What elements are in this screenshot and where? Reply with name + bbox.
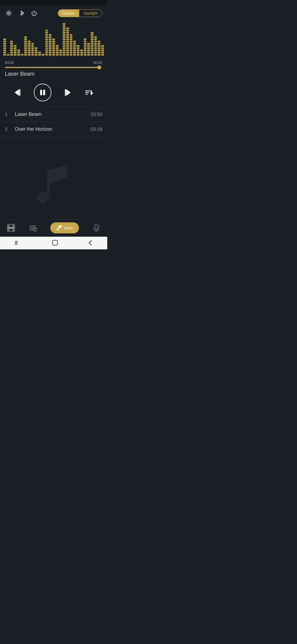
eq-bar-segment: [73, 41, 76, 42]
music-nav-label: Music: [64, 226, 73, 230]
track-title: Laser Beam: [15, 111, 90, 117]
eq-column: [3, 39, 6, 56]
nav-item-karaoke[interactable]: [92, 223, 101, 232]
eq-bar-segment: [70, 41, 73, 42]
equalizer-section: [0, 20, 107, 58]
theme-classic-button[interactable]: Classic: [58, 10, 79, 17]
eq-bar-segment: [28, 52, 31, 53]
eq-bar-segment: [80, 52, 83, 53]
svg-point-17: [12, 229, 14, 231]
eq-column: [52, 39, 55, 56]
nav-item-music[interactable]: Music: [50, 222, 79, 233]
eq-bar-segment: [66, 50, 69, 51]
next-button[interactable]: [60, 86, 73, 99]
eq-bar-segment: [45, 43, 48, 45]
nav-item-video[interactable]: [7, 223, 15, 232]
eq-bar-segment: [10, 52, 13, 53]
eq-bar-segment: [45, 32, 48, 34]
nav-item-playlist[interactable]: [28, 223, 37, 232]
eq-bar-segment: [66, 32, 69, 34]
eq-bar-segment: [84, 43, 87, 45]
settings-button[interactable]: [5, 9, 13, 17]
eq-bar-segment: [66, 47, 69, 49]
eq-bar-segment: [94, 43, 97, 45]
eq-bar-segment: [66, 28, 69, 29]
eq-bar-segment: [91, 41, 94, 42]
eq-bar-segment: [70, 43, 73, 45]
eq-bar-segment: [24, 39, 27, 40]
nav-back-lines[interactable]: [15, 240, 22, 245]
pause-button[interactable]: [34, 84, 51, 101]
settings-icon: [5, 9, 13, 17]
eq-bar-segment: [3, 47, 6, 49]
eq-column: [66, 28, 69, 56]
eq-bar-segment: [94, 39, 97, 40]
eq-bar-segment: [3, 43, 6, 45]
eq-bar-segment: [66, 45, 69, 47]
eq-bar-segment: [63, 39, 65, 40]
eq-column: [49, 34, 51, 56]
eq-bar-segment: [31, 52, 34, 53]
eq-bar-segment: [87, 52, 90, 53]
svg-point-27: [99, 225, 100, 226]
eq-bar-segment: [45, 36, 48, 38]
eq-bar-segment: [70, 39, 73, 40]
prev-icon: [13, 87, 24, 98]
theme-toggle[interactable]: Classic Starlight: [58, 9, 102, 17]
pause-icon: [38, 88, 47, 97]
eq-bar-segment: [91, 52, 94, 53]
eq-bar-segment: [70, 45, 73, 47]
eq-bar-segment: [98, 45, 100, 47]
eq-bar-segment: [63, 25, 65, 27]
eq-bar-segment: [73, 52, 76, 53]
eq-bar-segment: [52, 54, 55, 56]
eq-bar-segment: [35, 47, 37, 49]
eq-bar-segment: [56, 50, 59, 51]
eq-bar-segment: [24, 45, 27, 47]
eq-bar-segment: [63, 45, 65, 47]
power-button[interactable]: [30, 9, 38, 17]
eq-bar-segment: [73, 47, 76, 49]
theme-starlight-button[interactable]: Starlight: [79, 10, 102, 17]
eq-bar-segment: [3, 39, 6, 40]
eq-bar-segment: [63, 23, 65, 25]
eq-column: [80, 50, 83, 56]
track-item[interactable]: 1 Laser Beam 03:50: [0, 107, 107, 122]
eq-bar-segment: [28, 45, 31, 47]
eq-bar-segment: [24, 52, 27, 53]
track-item[interactable]: 2 Over the Horizon 03:18: [0, 122, 107, 137]
eq-bar-segment: [56, 47, 59, 49]
eq-bar-segment: [17, 54, 20, 56]
nav-home-circle[interactable]: [52, 239, 58, 246]
sort-icon: [83, 87, 94, 98]
progress-bar[interactable]: [5, 67, 102, 68]
sort-button[interactable]: [82, 86, 95, 99]
eq-bar-segment: [101, 47, 104, 49]
eq-bar-segment: [59, 52, 62, 53]
eq-bar-segment: [101, 54, 104, 56]
svg-marker-8: [66, 89, 71, 96]
prev-button[interactable]: [12, 86, 25, 99]
bottom-nav: Music: [0, 219, 107, 237]
eq-bar-segment: [63, 36, 65, 38]
eq-bar-segment: [49, 41, 51, 42]
eq-bar-segment: [98, 52, 100, 53]
eq-bar-segment: [49, 52, 51, 53]
eq-bar-segment: [42, 54, 45, 56]
now-playing-track-name: Laser Beam: [5, 71, 102, 77]
eq-column: [28, 41, 31, 56]
eq-column: [45, 30, 48, 56]
eq-bar-segment: [98, 43, 100, 45]
eq-bar-segment: [73, 54, 76, 56]
eq-bar-segment: [17, 50, 20, 51]
eq-bar-segment: [66, 39, 69, 40]
eq-bar-segment: [98, 47, 100, 49]
eq-column: [42, 54, 45, 56]
bluetooth-button[interactable]: [18, 9, 25, 17]
music-nav-pill: Music: [50, 222, 79, 233]
eq-bar-segment: [45, 45, 48, 47]
eq-bar-segment: [80, 54, 83, 56]
eq-bar-segment: [98, 50, 100, 51]
nav-back-chevron[interactable]: [88, 239, 93, 246]
eq-bar-segment: [73, 43, 76, 45]
